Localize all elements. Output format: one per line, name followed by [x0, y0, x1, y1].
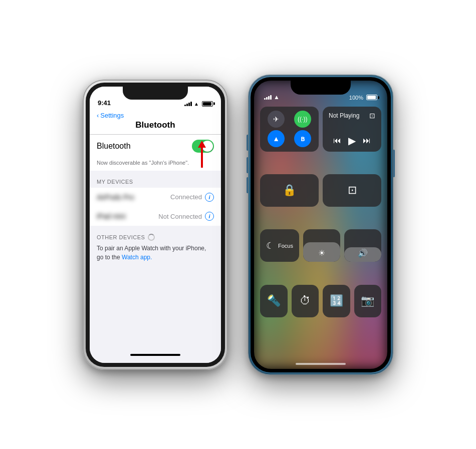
- focus-tile[interactable]: ☾ Focus: [260, 229, 299, 262]
- brightness-icon: ☀: [318, 248, 325, 258]
- arrow-head-icon: [198, 141, 206, 148]
- phone1-screen: 9:41 ▲: [90, 87, 221, 363]
- rewind-button[interactable]: ⏮: [333, 136, 341, 145]
- volume-up-button: [247, 157, 248, 173]
- camera-icon: 📷: [361, 294, 374, 307]
- flashlight-tile[interactable]: 🔦: [260, 285, 288, 317]
- screen-rotation-icon: 🔒: [283, 184, 296, 197]
- fast-forward-button[interactable]: ⏭: [363, 136, 371, 145]
- phone2-screen: ▲ 100%: [254, 81, 387, 369]
- cellular-circle: ((·)): [294, 111, 311, 128]
- device-status-text-2: Not Connected: [158, 213, 202, 220]
- status-icons: ▲: [184, 101, 213, 107]
- airplane-mode-circle: ✈: [268, 111, 285, 128]
- loading-spinner-icon: [148, 234, 155, 241]
- other-devices-label: OTHER DEVICES: [97, 234, 145, 240]
- now-playing-label: Not Playing: [329, 112, 359, 119]
- status-icons-left: ▲: [264, 94, 280, 101]
- watch-pairing-text: To pair an Apple Watch with your iPhone,…: [90, 244, 221, 267]
- home-indicator: [130, 354, 180, 356]
- bluetooth-circle: ʙ: [294, 130, 311, 147]
- power-button: [393, 150, 395, 177]
- device-status-text-1: Connected: [170, 193, 202, 201]
- status-icons-right: 100%: [349, 95, 377, 101]
- settings-content: Bluetooth Now discoverable as "John's iP…: [90, 135, 221, 363]
- device-row-2[interactable]: iPad mini Not Connected i: [90, 207, 221, 226]
- airplane-mode-button[interactable]: ✈: [263, 110, 290, 129]
- control-center-grid: ✈ ((·)): [260, 107, 381, 359]
- volume-tile[interactable]: 🔊: [344, 229, 381, 262]
- phone1-notch: [123, 87, 188, 100]
- calculator-tile[interactable]: 🔢: [323, 285, 350, 317]
- device-info-button-1[interactable]: i: [205, 193, 214, 202]
- phone2-frame: ▲ 100%: [248, 75, 393, 375]
- wifi-cc-icon: ▲: [273, 135, 280, 143]
- phone2-inner: ▲ 100%: [251, 77, 391, 372]
- timer-tile[interactable]: ⏱: [292, 285, 319, 317]
- phone1-iphone-x: 9:41 ▲: [83, 80, 228, 370]
- cc-row2: 🔒 ⊡: [260, 174, 381, 207]
- phone2-iphone13: ▲ 100%: [248, 75, 393, 375]
- wifi-status-icon: ▲: [274, 94, 280, 101]
- page-title: Bluetooth: [97, 120, 214, 130]
- battery-icon-2: [366, 95, 377, 100]
- play-button[interactable]: ▶: [348, 135, 356, 147]
- cellular-icon: ((·)): [298, 116, 307, 123]
- home-indicator-2: [296, 363, 346, 365]
- phone1-frame: 9:41 ▲: [83, 80, 228, 370]
- bluetooth-button[interactable]: ʙ: [290, 129, 316, 149]
- wifi-icon: ▲: [194, 101, 199, 107]
- media-tile: Not Playing ⊡ ⏮ ▶ ⏭: [323, 107, 381, 152]
- airplay-icon[interactable]: ⊡: [369, 112, 375, 120]
- device-name-2: iPad mini: [97, 212, 126, 220]
- watch-app-link[interactable]: Watch app.: [122, 254, 152, 261]
- screen-mirror-tile[interactable]: ⊡: [323, 174, 381, 207]
- bluetooth-label: Bluetooth: [97, 142, 131, 151]
- cc-row3: ☾ Focus ☀ 🔊: [260, 229, 381, 262]
- wifi-button[interactable]: ▲: [263, 129, 290, 149]
- back-label: Settings: [100, 112, 124, 119]
- screen-mirror-icon: ⊡: [348, 184, 357, 197]
- back-chevron-icon: ‹: [97, 112, 99, 119]
- my-devices-header: MY DEVICES: [90, 171, 221, 188]
- focus-label: Focus: [278, 243, 293, 249]
- status-time: 9:41: [98, 99, 111, 107]
- cellular-button[interactable]: ((·)): [290, 110, 316, 129]
- wifi-circle: ▲: [268, 130, 285, 147]
- arrow-line-icon: [201, 148, 203, 168]
- device-info-button-2[interactable]: i: [205, 212, 214, 221]
- cellular-signal-icon: [264, 95, 272, 100]
- other-devices-header-row: OTHER DEVICES: [90, 226, 221, 244]
- calculator-icon: 🔢: [330, 294, 343, 307]
- cc-row4: 🔦 ⏱ 🔢 📷: [260, 285, 381, 317]
- my-devices-section: AirPods Pro Connected i iPad mini Not Co…: [90, 188, 221, 226]
- screen-rotation-tile[interactable]: 🔒: [260, 174, 319, 207]
- device-row-1[interactable]: AirPods Pro Connected i: [90, 188, 221, 207]
- media-controls: ⏮ ▶ ⏭: [329, 135, 375, 147]
- timer-icon: ⏱: [300, 294, 311, 307]
- airplane-icon: ✈: [273, 115, 279, 123]
- nav-bar: ‹ Settings Bluetooth: [90, 109, 221, 135]
- back-button[interactable]: ‹ Settings: [97, 112, 214, 119]
- flashlight-icon: 🔦: [267, 294, 281, 307]
- cc-row1: ✈ ((·)): [260, 107, 381, 152]
- device-name-1: AirPods Pro: [97, 193, 134, 201]
- bluetooth-cc-icon: ʙ: [301, 135, 305, 143]
- device-status-1: Connected i: [170, 193, 214, 202]
- brightness-tile[interactable]: ☀: [303, 229, 340, 262]
- moon-icon: ☾: [266, 240, 274, 251]
- connectivity-tile: ✈ ((·)): [260, 107, 319, 152]
- volume-down-button: [247, 177, 248, 193]
- volume-icon: 🔊: [358, 248, 368, 258]
- red-arrow-annotation: [198, 141, 206, 168]
- camera-tile[interactable]: 📷: [354, 285, 382, 317]
- battery-percentage: 100%: [349, 95, 363, 101]
- device-status-2: Not Connected i: [158, 212, 214, 221]
- media-header: Not Playing ⊡: [329, 112, 375, 120]
- signal-bars-icon: [184, 101, 192, 106]
- phone1-inner: 9:41 ▲: [86, 83, 225, 367]
- mute-switch: [247, 135, 248, 151]
- phone2-notch: [291, 81, 351, 95]
- battery-icon: [202, 101, 213, 107]
